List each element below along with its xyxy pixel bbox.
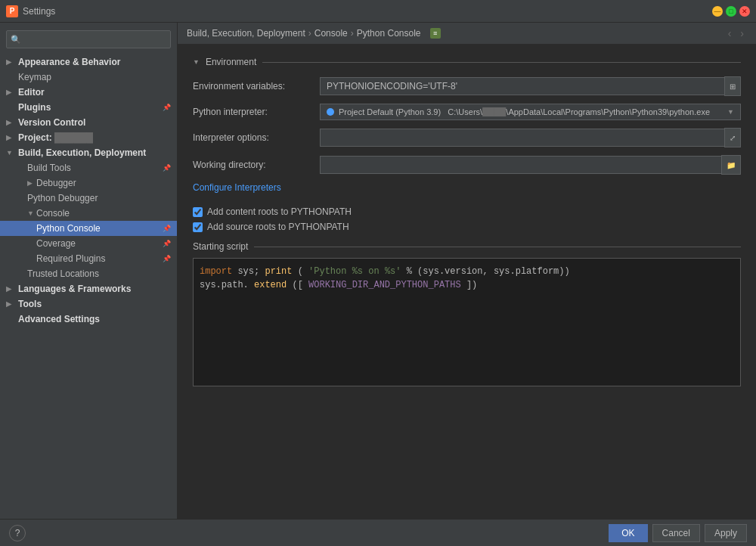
sidebar-item-advanced-settings[interactable]: Advanced Settings <box>0 312 177 327</box>
env-vars-input-group: ⊞ <box>320 76 741 96</box>
checkbox-content-roots: Add content roots to PYTHONPATH <box>193 206 741 217</box>
sidebar-item-label: Coverage <box>36 238 76 249</box>
expand-arrow: ▶ <box>6 285 15 293</box>
sidebar-item-label: Plugins <box>18 102 51 113</box>
subsection-divider <box>254 247 741 247</box>
script-line1: import sys; print ( 'Python %s on %s' % … <box>200 265 734 278</box>
working-dir-browse-button[interactable]: 📁 <box>721 155 741 175</box>
checkbox-content-roots-label: Add content roots to PYTHONPATH <box>207 206 352 217</box>
sidebar-item-version-control[interactable]: ▶ Version Control <box>0 115 177 130</box>
string-format: 'Python %s on %s' <box>308 266 401 277</box>
env-vars-edit-button[interactable]: ⊞ <box>724 76 741 96</box>
starting-script-header: Starting script <box>193 241 741 252</box>
breadcrumb-sep2: › <box>351 28 354 39</box>
env-vars-input[interactable] <box>320 77 724 95</box>
sidebar-item-label: Keymap <box>18 72 51 82</box>
pin-icon: 📌 <box>163 240 171 247</box>
section-title: Environment <box>206 57 256 67</box>
breadcrumb-part3: Python Console <box>357 28 421 39</box>
interpreter-options-label: Interpreter options: <box>193 132 314 143</box>
cancel-button[interactable]: Cancel <box>652 524 700 542</box>
code-text2: % (sys.version, sys.platform)) <box>407 266 570 277</box>
sidebar-item-label: Build Tools <box>27 163 71 173</box>
breadcrumb-part1: Build, Execution, Deployment <box>187 28 305 39</box>
help-button[interactable]: ? <box>9 525 26 541</box>
sidebar-item-coverage[interactable]: Coverage 📌 <box>0 236 177 251</box>
expand-arrow: ▼ <box>27 209 36 217</box>
sidebar-item-project[interactable]: ▶ Project: ██████ <box>0 130 177 145</box>
pin-icon: 📌 <box>163 104 171 111</box>
code-text: sys; <box>237 266 265 277</box>
sidebar-item-appearance[interactable]: ▶ Appearance & Behavior <box>0 54 177 70</box>
sidebar-item-tools[interactable]: ▶ Tools <box>0 296 177 312</box>
sidebar-item-label: Debugger <box>36 178 76 188</box>
script-line2: sys.path. extend ([ WORKING_DIR_AND_PYTH… <box>200 278 734 292</box>
sidebar-item-python-debugger[interactable]: Python Debugger <box>0 191 177 206</box>
interpreter-label: Python interpreter: <box>193 107 314 117</box>
dropdown-arrow-icon: ▼ <box>727 108 734 116</box>
sidebar-item-keymap[interactable]: Keymap <box>0 70 177 85</box>
expand-arrow: ▶ <box>6 134 15 141</box>
sidebar-item-required-plugins[interactable]: Required Plugins 📌 <box>0 251 177 266</box>
env-vars-label: Environment variables: <box>193 81 314 92</box>
sidebar-item-console[interactable]: ▼ Console <box>0 206 177 221</box>
func-print: print <box>265 266 292 277</box>
working-dir-input[interactable] <box>320 156 721 174</box>
var-paths: WORKING_DIR_AND_PYTHON_PATHS <box>308 280 461 290</box>
maximize-button[interactable]: □ <box>726 6 736 17</box>
expand-arrow: ▶ <box>6 88 15 96</box>
search-icon: 🔍 <box>11 35 21 45</box>
sidebar-item-python-console[interactable]: Python Console 📌 <box>0 221 177 236</box>
main-container: 🔍 ▶ Appearance & Behavior Keymap ▶ Edito… <box>0 23 756 519</box>
interpreter-value: Project Default (Python 3.9) C:\Users\██… <box>339 107 710 116</box>
pin-icon: 📌 <box>163 225 171 232</box>
interpreter-row: Python interpreter: Project Default (Pyt… <box>193 104 741 120</box>
search-input[interactable] <box>6 30 171 48</box>
nav-back-button[interactable]: ‹ <box>725 27 735 39</box>
nav-forward-button[interactable]: › <box>737 27 747 39</box>
sidebar-item-label: Console <box>36 208 70 219</box>
pin-icon: 📌 <box>163 164 171 172</box>
expand-arrow: ▶ <box>6 58 15 66</box>
sidebar-item-debugger[interactable]: ▶ Debugger <box>0 175 177 191</box>
window-controls: — □ ✕ <box>712 6 750 17</box>
starting-script-title: Starting script <box>193 241 248 252</box>
configure-interpreters-link[interactable]: Configure Interpreters <box>193 182 281 193</box>
source-roots-checkbox[interactable] <box>193 222 203 232</box>
checkbox-source-roots: Add source roots to PYTHONPATH <box>193 222 741 232</box>
python-dot-icon <box>327 108 334 116</box>
expand-arrow: ▶ <box>6 119 15 126</box>
sidebar-item-build-exec-deploy[interactable]: ▼ Build, Execution, Deployment <box>0 145 177 160</box>
sidebar-item-build-tools[interactable]: Build Tools 📌 <box>0 160 177 175</box>
expand-arrow: ▼ <box>6 149 15 157</box>
code-paren2: ([ <box>292 280 302 290</box>
sidebar-item-plugins[interactable]: Plugins 📌 <box>0 100 177 115</box>
sidebar-item-languages[interactable]: ▶ Languages & Frameworks <box>0 281 177 296</box>
script-editor[interactable]: import sys; print ( 'Python %s on %s' % … <box>193 258 741 386</box>
working-dir-label: Working directory: <box>193 160 314 170</box>
sidebar-item-editor[interactable]: ▶ Editor <box>0 85 177 100</box>
pin-icon: 📌 <box>163 255 171 262</box>
expand-arrow: ▶ <box>6 300 15 308</box>
interpreter-dropdown[interactable]: Project Default (Python 3.9) C:\Users\██… <box>320 104 741 120</box>
minimize-button[interactable]: — <box>712 6 723 17</box>
section-divider <box>262 62 741 63</box>
code-bracket: ]) <box>466 280 477 290</box>
interpreter-options-expand-button[interactable]: ⤢ <box>724 128 741 147</box>
close-button[interactable]: ✕ <box>739 6 750 17</box>
keyword-import: import <box>200 266 232 277</box>
apply-button[interactable]: Apply <box>705 524 747 542</box>
content-roots-checkbox[interactable] <box>193 207 203 217</box>
content-area: Build, Execution, Deployment › Console ›… <box>178 23 756 519</box>
sidebar-item-trusted-locations[interactable]: Trusted Locations <box>0 266 177 281</box>
bottom-bar: ? OK Cancel Apply <box>0 519 756 546</box>
sidebar: 🔍 ▶ Appearance & Behavior Keymap ▶ Edito… <box>0 23 178 519</box>
interpreter-options-input[interactable] <box>320 129 724 147</box>
sidebar-item-label: Editor <box>18 87 45 98</box>
checkbox-source-roots-label: Add source roots to PYTHONPATH <box>207 222 349 232</box>
ok-button[interactable]: OK <box>609 524 647 542</box>
title-bar: P Settings — □ ✕ <box>0 0 756 23</box>
search-container: 🔍 <box>6 30 171 48</box>
bottom-actions: OK Cancel Apply <box>609 524 747 542</box>
interpreter-options-input-group: ⤢ <box>320 128 741 147</box>
